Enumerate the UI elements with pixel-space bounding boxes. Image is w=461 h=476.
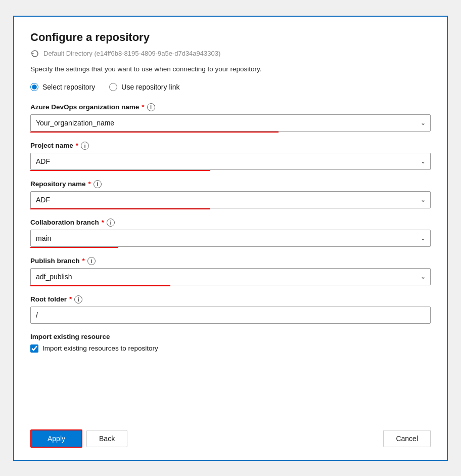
collab-branch-label: Collaboration branch * i — [30, 219, 431, 227]
cancel-button[interactable]: Cancel — [383, 430, 431, 447]
org-name-underline — [30, 132, 279, 133]
collab-branch-required: * — [102, 219, 104, 226]
collab-branch-select-wrapper: main ⌄ — [30, 230, 431, 247]
dialog-footer: Apply Back Cancel — [30, 425, 431, 448]
import-section-title: Import existing resource — [30, 333, 431, 340]
import-section: Import existing resource Import existing… — [30, 333, 431, 353]
directory-row: Default Directory (e14ff6b8-8195-4809-9a… — [30, 49, 431, 58]
configure-repository-dialog: Configure a repository Default Directory… — [13, 16, 448, 461]
project-name-underline — [30, 170, 210, 171]
description-text: Specify the settings that you want to us… — [30, 65, 431, 73]
publish-branch-required: * — [82, 257, 85, 265]
publish-branch-select[interactable]: adf_publish — [30, 268, 431, 285]
repo-name-field-group: Repository name * i ADF ⌄ — [30, 180, 431, 209]
collab-branch-field-group: Collaboration branch * i main ⌄ — [30, 219, 431, 248]
dialog-title: Configure a repository — [30, 31, 431, 44]
radio-select-input[interactable] — [30, 83, 38, 91]
project-name-select-wrapper: ADF ⌄ — [30, 153, 431, 170]
root-folder-field-group: Root folder * i — [30, 295, 431, 324]
import-checkbox-row: Import existing resources to repository — [30, 344, 431, 353]
directory-icon — [30, 49, 39, 58]
repo-name-info-icon[interactable]: i — [94, 180, 102, 188]
project-name-select[interactable]: ADF — [30, 153, 431, 170]
publish-branch-info-icon[interactable]: i — [87, 257, 96, 265]
import-checkbox-label: Import existing resources to repository — [42, 344, 158, 352]
apply-button[interactable]: Apply — [30, 429, 82, 448]
back-button[interactable]: Back — [86, 430, 127, 447]
org-name-field-group: Azure DevOps organization name * i Your_… — [30, 103, 431, 133]
radio-select-label: Select repository — [42, 83, 95, 91]
project-name-info-icon[interactable]: i — [81, 142, 89, 150]
publish-branch-field-group: Publish branch * i adf_publish ⌄ — [30, 257, 431, 286]
repo-name-label: Repository name * i — [30, 180, 431, 188]
repo-name-required: * — [88, 180, 91, 188]
collab-branch-select[interactable]: main — [30, 230, 431, 247]
project-name-label: Project name * i — [30, 142, 431, 150]
radio-link-input[interactable] — [109, 83, 117, 91]
root-folder-info-icon[interactable]: i — [74, 295, 82, 304]
radio-use-link[interactable]: Use repository link — [109, 83, 179, 91]
root-folder-label: Root folder * i — [30, 295, 431, 304]
repo-name-select-wrapper: ADF ⌄ — [30, 191, 431, 208]
publish-branch-underline — [30, 285, 170, 286]
radio-select-repository[interactable]: Select repository — [30, 83, 95, 91]
org-name-required: * — [142, 103, 144, 111]
collab-branch-underline — [30, 247, 118, 248]
root-folder-required: * — [69, 295, 72, 303]
publish-branch-select-wrapper: adf_publish ⌄ — [30, 268, 431, 285]
repo-name-underline — [30, 208, 210, 209]
org-name-info-icon[interactable]: i — [147, 103, 155, 111]
org-name-label: Azure DevOps organization name * i — [30, 103, 431, 111]
org-name-select[interactable]: Your_organization_name — [30, 114, 431, 132]
radio-group: Select repository Use repository link — [30, 83, 431, 91]
publish-branch-label: Publish branch * i — [30, 257, 431, 265]
root-folder-input[interactable] — [30, 307, 431, 324]
repo-name-select[interactable]: ADF — [30, 191, 431, 208]
org-name-select-wrapper: Your_organization_name ⌄ — [30, 114, 431, 132]
import-checkbox[interactable] — [30, 344, 38, 353]
directory-text: Default Directory (e14ff6b8-8195-4809-9a… — [43, 50, 220, 57]
collab-branch-info-icon[interactable]: i — [107, 219, 115, 227]
radio-link-label: Use repository link — [121, 83, 179, 91]
project-name-required: * — [76, 142, 78, 149]
project-name-field-group: Project name * i ADF ⌄ — [30, 142, 431, 171]
